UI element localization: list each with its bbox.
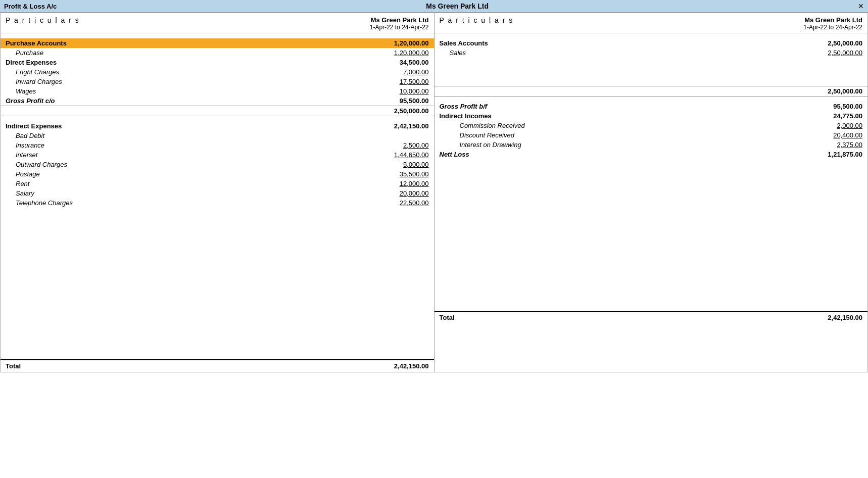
right-date-range: 1-Apr-22 to 24-Apr-22	[803, 24, 862, 31]
commission-received-amount: 2,000.00	[812, 122, 862, 129]
bad-debit-label: Bad Debit	[6, 132, 44, 139]
outward-charges-amount: 5,000.00	[378, 161, 429, 168]
right-total-label: Total	[440, 314, 455, 321]
wages-row: Wages 10,000.00	[1, 86, 434, 96]
discount-received-amount: 20,400.00	[812, 131, 862, 139]
telephone-charges-amount: 22,500.00	[378, 199, 429, 207]
direct-expenses-label: Direct Expenses	[6, 59, 57, 66]
left-total-row: Total 2,42,150.00	[1, 359, 434, 372]
sales-accounts-row: Sales Accounts 2,50,000.00	[435, 38, 868, 48]
postage-label: Postage	[6, 170, 40, 178]
rent-label: Rent	[6, 180, 29, 187]
bad-debit-amount	[378, 132, 429, 139]
indirect-expenses-label: Indirect Expenses	[6, 122, 62, 130]
purchase-accounts-label: Purchase Accounts	[6, 39, 67, 47]
fright-charges-row: Fright Charges 7,000.00	[1, 67, 434, 77]
gross-profit-bf-amount: 95,500.00	[812, 103, 862, 110]
right-subtotal-row: 2,50,000.00	[435, 86, 868, 97]
interset-label: Interset	[6, 151, 37, 159]
indirect-expenses-total: 2,42,150.00	[378, 122, 429, 130]
bad-debit-row: Bad Debit	[1, 131, 434, 140]
rent-row: Rent 12,000.00	[1, 179, 434, 188]
rent-amount: 12,000.00	[378, 180, 429, 187]
fright-charges-amount: 7,000.00	[378, 68, 429, 76]
title-bar: Profit & Loss A/c Ms Green Park Ltd ✕	[0, 0, 868, 13]
indirect-incomes-label: Indirect Incomes	[440, 112, 492, 120]
nett-loss-amount: 1,21,875.00	[812, 151, 862, 158]
telephone-charges-row: Telephone Charges 22,500.00	[1, 198, 434, 208]
postage-amount: 35,500.00	[378, 170, 429, 178]
sales-row: Sales 2,50,000.00	[435, 48, 868, 58]
telephone-charges-label: Telephone Charges	[6, 199, 73, 207]
purchase-label: Purchase	[6, 49, 43, 57]
salary-amount: 20,000.00	[378, 189, 429, 197]
sales-accounts-total: 2,50,000.00	[812, 39, 862, 47]
close-button[interactable]: ✕	[858, 2, 864, 10]
right-spacer-1	[435, 58, 868, 86]
left-total-label: Total	[6, 362, 21, 370]
purchase-accounts-total: 1,20,000.00	[378, 39, 429, 47]
left-header-right: Ms Green Park Ltd 1-Apr-22 to 24-Apr-22	[370, 16, 429, 31]
left-total-amount: 2,42,150.00	[394, 362, 429, 370]
right-header-right: Ms Green Park Ltd 1-Apr-22 to 24-Apr-22	[803, 16, 862, 31]
title-center: Ms Green Park Ltd	[426, 2, 489, 10]
commission-received-label: Commission Received	[440, 122, 525, 129]
gross-profit-co-label: Gross Profit c/o	[6, 97, 55, 105]
right-total-row: Total 2,42,150.00	[435, 311, 868, 323]
purchase-row: Purchase 1,20,000.00	[1, 48, 434, 58]
right-company: Ms Green Park Ltd	[803, 16, 862, 24]
left-subtotal-row: 2,50,000.00	[1, 106, 434, 116]
postage-row: Postage 35,500.00	[1, 169, 434, 179]
wages-amount: 10,000.00	[378, 87, 429, 95]
insurance-row: Insurance 2,500.00	[1, 140, 434, 150]
sales-label: Sales	[440, 49, 466, 57]
interset-amount: 1,44,650.00	[378, 151, 429, 159]
outward-charges-row: Outward Charges 5,000.00	[1, 160, 434, 169]
indirect-expenses-row: Indirect Expenses 2,42,150.00	[1, 121, 434, 131]
interest-drawwing-row: Interest on Drawwing 2,375.00	[435, 140, 868, 150]
left-subtotal-amount: 2,50,000.00	[378, 107, 429, 115]
interest-drawwing-label: Interest on Drawwing	[440, 141, 521, 149]
nett-loss-label: Nett Loss	[440, 151, 469, 158]
gross-profit-bf-label: Gross Profit b/f	[440, 103, 488, 110]
direct-expenses-row: Direct Expenses 34,500.00	[1, 58, 434, 67]
wages-label: Wages	[6, 87, 36, 95]
gross-profit-bf-row: Gross Profit b/f 95,500.00	[435, 102, 868, 111]
purchase-accounts-row: Purchase Accounts 1,20,000.00	[1, 38, 434, 48]
gross-profit-co-row: Gross Profit c/o 95,500.00	[1, 96, 434, 106]
interset-row: Interset 1,44,650.00	[1, 150, 434, 160]
fright-charges-label: Fright Charges	[6, 68, 59, 76]
right-empty-space	[435, 159, 868, 311]
gross-profit-co-amount: 95,500.00	[378, 97, 429, 105]
left-panel: P a r t i c u l a r s Ms Green Park Ltd …	[1, 13, 434, 372]
right-panel: P a r t i c u l a r s Ms Green Park Ltd …	[435, 13, 868, 372]
insurance-label: Insurance	[6, 141, 44, 149]
indirect-incomes-row: Indirect Incomes 24,775.00	[435, 111, 868, 121]
left-header: P a r t i c u l a r s Ms Green Park Ltd …	[1, 13, 434, 33]
main-container: P a r t i c u l a r s Ms Green Park Ltd …	[0, 13, 868, 372]
title-left: Profit & Loss A/c	[4, 3, 57, 10]
salary-row: Salary 20,000.00	[1, 188, 434, 198]
inward-charges-row: Inward Charges 17,500.00	[1, 77, 434, 86]
left-particulars: P a r t i c u l a r s	[6, 16, 80, 31]
purchase-amount: 1,20,000.00	[378, 49, 429, 57]
sales-accounts-label: Sales Accounts	[440, 39, 488, 47]
commission-received-row: Commission Received 2,000.00	[435, 121, 868, 130]
inward-charges-amount: 17,500.00	[378, 78, 429, 85]
left-date-range: 1-Apr-22 to 24-Apr-22	[370, 24, 429, 31]
outward-charges-label: Outward Charges	[6, 161, 67, 168]
indirect-incomes-total: 24,775.00	[812, 112, 862, 120]
direct-expenses-total: 34,500.00	[378, 59, 429, 66]
left-empty-space	[1, 208, 434, 359]
left-company: Ms Green Park Ltd	[370, 16, 429, 24]
right-total-amount: 2,42,150.00	[828, 314, 862, 321]
sales-amount: 2,50,000.00	[812, 49, 862, 57]
inward-charges-label: Inward Charges	[6, 78, 62, 85]
discount-received-row: Discount Received 20,400.00	[435, 130, 868, 140]
insurance-amount: 2,500.00	[378, 141, 429, 149]
right-header: P a r t i c u l a r s Ms Green Park Ltd …	[435, 13, 868, 33]
discount-received-label: Discount Received	[440, 131, 514, 139]
nett-loss-row: Nett Loss 1,21,875.00	[435, 150, 868, 159]
right-particulars: P a r t i c u l a r s	[440, 16, 514, 31]
salary-label: Salary	[6, 189, 34, 197]
